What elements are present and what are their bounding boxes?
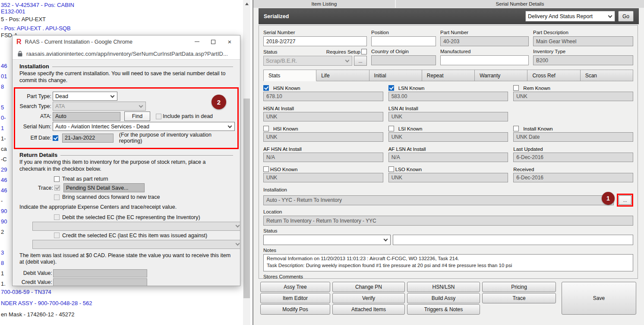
- tab-serial-number-details[interactable]: Serial Number Details: [396, 0, 644, 8]
- empty-cell: [513, 105, 633, 123]
- bg-clipped-link[interactable]: 8: [1, 83, 4, 90]
- af-hsn-field: N/A: [263, 153, 383, 162]
- bg-part-link[interactable]: E132-001: [1, 8, 25, 15]
- bg-part-link[interactable]: NDER ASSY - 900-700-048-28 - 562: [1, 300, 92, 306]
- received-field: 6-Dec-2016: [513, 173, 633, 182]
- bg-clipped-link[interactable]: 29: [1, 166, 7, 173]
- lso-known-checkbox[interactable]: [388, 166, 394, 172]
- scrollbar-thumb[interactable]: [243, 99, 250, 298]
- chevron-down-icon: [384, 237, 388, 242]
- tab-cross-ref[interactable]: Cross Ref: [527, 70, 580, 81]
- hsn-lsn-button[interactable]: HSN/LSN: [407, 282, 480, 292]
- tab-repeat[interactable]: Repeat: [422, 70, 475, 81]
- bg-clipped-link[interactable]: 8: [1, 260, 4, 266]
- item-editor-button[interactable]: Item Editor: [260, 293, 330, 303]
- bg-part-text: en Mask - 174260-12 - 45272: [1, 311, 75, 318]
- build-assy-button[interactable]: Build Assy: [407, 293, 480, 303]
- bg-part-link[interactable]: 352 - V-425347 - Pos: CABIN: [1, 2, 74, 8]
- eff-date-checkbox[interactable]: [53, 135, 58, 141]
- tab-life[interactable]: Life: [316, 70, 369, 81]
- af-lsn-label: AF LSN At Install: [388, 145, 508, 153]
- lsn-at-install-label: LSN At Install: [388, 105, 508, 112]
- triggers-notes-button[interactable]: Triggers & Notes: [407, 304, 480, 315]
- part-type-select[interactable]: Dead: [53, 92, 117, 101]
- assy-tree-button[interactable]: Assy Tree: [260, 282, 330, 292]
- debit-value-input: [53, 269, 147, 277]
- rem-known-label: Rem Known: [523, 86, 550, 91]
- hso-known-label: HSO Known: [270, 167, 297, 172]
- rem-known-checkbox[interactable]: [513, 85, 519, 91]
- verify-button[interactable]: Verify: [332, 293, 405, 303]
- status-more-button[interactable]: ...: [354, 56, 367, 66]
- bg-part-link[interactable]: - Pos: APU-EXT . APU-SQB: [1, 25, 71, 32]
- bring-docs-checkbox: [54, 194, 60, 200]
- lsn-known-checkbox[interactable]: [388, 85, 394, 91]
- installation-more-button[interactable]: ...: [619, 195, 631, 205]
- bg-clipped-link[interactable]: 0-: [1, 115, 6, 121]
- modify-pos-button[interactable]: Modify Pos: [260, 304, 330, 315]
- hso-known-checkbox[interactable]: [263, 166, 269, 172]
- scroll-up-button[interactable]: [243, 0, 250, 7]
- report-select[interactable]: Delivery And Status Report: [525, 11, 615, 22]
- tab-item-listing[interactable]: Item Listing: [253, 0, 396, 8]
- rem-value-field: UNK: [513, 92, 633, 101]
- pricing-button[interactable]: Pricing: [482, 282, 556, 292]
- tab-warranty[interactable]: Warranty: [475, 70, 527, 81]
- serial-num-select[interactable]: Auto - Aviation Intertec Services - Dead: [53, 122, 235, 131]
- bg-clipped-link[interactable]: 1: [1, 125, 4, 131]
- hsi-known-checkbox[interactable]: [263, 126, 269, 131]
- indicate-text: Indicate the appropriate Expense Centers…: [19, 204, 233, 211]
- hsn-known-checkbox[interactable]: [263, 85, 269, 91]
- status2-input[interactable]: [393, 235, 633, 245]
- bg-part-link[interactable]: 700-036-59 - TN374: [1, 289, 51, 295]
- treat-as-part-return-checkbox[interactable]: [54, 176, 60, 182]
- dialog-body: Installation Please specify the current …: [13, 60, 240, 286]
- change-pn-button[interactable]: Change PN: [332, 282, 405, 292]
- value-text: The item was last issued at $0 CAD. Plea…: [19, 252, 233, 266]
- bg-clipped-text: 1.: [1, 280, 6, 287]
- bg-clipped-link[interactable]: 01: [1, 73, 7, 80]
- last-updated-label: Last Updated: [513, 145, 633, 153]
- heading-rule: [60, 155, 233, 156]
- lock-icon: [18, 51, 22, 57]
- maximize-button[interactable]: [207, 37, 220, 47]
- lsi-known-checkbox[interactable]: [388, 126, 394, 131]
- notes-textarea[interactable]: Removal Information on 11/20/2013 11:01:…: [263, 254, 633, 271]
- country-of-origin-label: Country of Origin: [371, 49, 436, 54]
- bg-clipped-link[interactable]: 3: [1, 249, 4, 256]
- bg-clipped-link[interactable]: 46: [1, 63, 7, 69]
- minimize-button[interactable]: [190, 37, 203, 47]
- url-bar: raasais.aviationintertec.com/app/invento…: [13, 48, 240, 60]
- installation-label: Installation: [263, 187, 633, 192]
- trace-button[interactable]: Trace: [482, 293, 556, 303]
- location-field: Return To Inventory - Return To Inventor…: [263, 216, 633, 226]
- go-button[interactable]: Go: [618, 11, 634, 22]
- requires-setup-label: Requires Setup: [326, 49, 360, 54]
- requires-setup-checkbox[interactable]: [361, 49, 367, 54]
- window-titlebar: R RAAS - Current Installation - Google C…: [13, 35, 240, 48]
- serial-number-input[interactable]: 2018-2/2727: [263, 36, 367, 46]
- background-scrollbar[interactable]: [243, 0, 250, 325]
- manufactured-input[interactable]: [440, 55, 529, 65]
- bg-clipped-link[interactable]: 46: [1, 177, 7, 183]
- close-button[interactable]: ×: [223, 37, 236, 47]
- tab-scan[interactable]: Scan: [581, 70, 633, 81]
- bg-clipped-link[interactable]: 5: [1, 104, 4, 111]
- trace-checkbox: [54, 185, 60, 191]
- ata-input: Auto: [53, 112, 120, 121]
- treat-as-part-return-label: Treat as part return: [62, 176, 108, 182]
- position-input[interactable]: [371, 36, 436, 46]
- status2-select[interactable]: [263, 235, 391, 245]
- find-button[interactable]: Find: [124, 112, 150, 121]
- inventory-type-input: B200: [533, 55, 633, 65]
- bg-clipped-link[interactable]: 46: [1, 187, 7, 194]
- install-known-checkbox[interactable]: [513, 126, 519, 131]
- bg-clipped-text: 2: [1, 229, 4, 235]
- tab-stats[interactable]: Stats: [263, 70, 316, 81]
- bg-clipped-link[interactable]: 90: [1, 218, 7, 225]
- panel-save-button[interactable]: Save: [562, 282, 636, 315]
- attached-items-button[interactable]: Attached Items: [332, 304, 405, 315]
- tab-initial[interactable]: Initial: [369, 70, 422, 81]
- bg-clipped-link[interactable]: 90: [1, 208, 7, 214]
- bg-clipped-text: 1: [1, 270, 4, 277]
